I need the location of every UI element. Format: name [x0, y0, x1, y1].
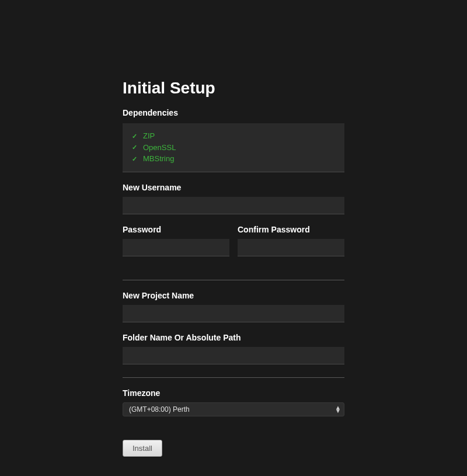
dependencies-box: ✓ ZIP ✓ OpenSSL ✓ MBString: [123, 123, 344, 172]
dependency-name: MBString: [143, 153, 174, 165]
project-name-field-group: New Project Name: [123, 291, 344, 322]
folder-path-label: Folder Name Or Absolute Path: [123, 333, 344, 342]
folder-path-input[interactable]: [123, 347, 344, 364]
folder-path-field-group: Folder Name Or Absolute Path: [123, 333, 344, 364]
dependency-item-openssl: ✓ OpenSSL: [132, 142, 335, 154]
dependency-name: OpenSSL: [143, 142, 176, 154]
confirm-password-field-group: Confirm Password: [238, 225, 344, 256]
dependencies-label: Dependencies: [123, 108, 344, 117]
confirm-password-label: Confirm Password: [238, 225, 344, 234]
timezone-field-group: Timezone (GMT+08:00) Perth ▲▼: [123, 388, 344, 416]
password-field-group: Password: [123, 225, 229, 256]
install-button[interactable]: Install: [123, 440, 162, 457]
check-icon: ✓: [132, 131, 137, 141]
password-input[interactable]: [123, 239, 229, 256]
timezone-label: Timezone: [123, 388, 344, 398]
divider: [123, 377, 344, 378]
project-name-label: New Project Name: [123, 291, 344, 300]
timezone-select[interactable]: (GMT+08:00) Perth: [123, 402, 344, 416]
page-title: Initial Setup: [123, 79, 344, 98]
password-label: Password: [123, 225, 229, 234]
setup-form: Initial Setup Dependencies ✓ ZIP ✓ OpenS…: [123, 79, 344, 457]
username-field-group: New Username: [123, 183, 344, 214]
confirm-password-input[interactable]: [238, 239, 344, 256]
divider: [123, 280, 344, 280]
check-icon: ✓: [132, 154, 137, 164]
username-input[interactable]: [123, 197, 344, 214]
project-name-input[interactable]: [123, 305, 344, 322]
dependency-name: ZIP: [143, 130, 155, 142]
check-icon: ✓: [132, 143, 137, 152]
username-label: New Username: [123, 183, 344, 192]
dependency-item-zip: ✓ ZIP: [132, 130, 335, 142]
dependency-item-mbstring: ✓ MBString: [132, 153, 335, 165]
